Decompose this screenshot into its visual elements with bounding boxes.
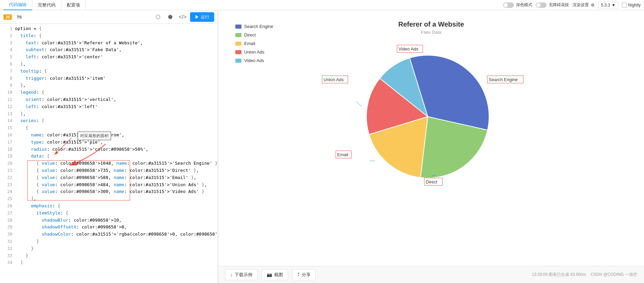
- topbar: 代码编辑 完整代码 配置项 深色模式 无障碍花纹 渲染设置 ⚙ 5.3.3 ▼ …: [0, 0, 644, 10]
- code-line: 1option = {: [0, 25, 218, 32]
- code-line: 14 series: [: [0, 117, 218, 124]
- copyright-info: CSDN @CODING 一场空: [591, 272, 637, 277]
- code-line: 2 title: {: [0, 32, 218, 40]
- accessibility-toggle[interactable]: [536, 2, 547, 8]
- code-line: 15 {: [0, 124, 218, 132]
- component-icon[interactable]: ⬡: [153, 12, 163, 22]
- code-line: 6 },: [0, 61, 218, 68]
- code-line: 34 ]: [0, 259, 218, 266]
- nightly-badge: Nightly: [622, 3, 641, 8]
- tab-config[interactable]: 配置项: [61, 0, 86, 10]
- accessibility-toggle-group: 无障碍花纹: [536, 2, 569, 8]
- legend-color-box: [235, 50, 241, 54]
- run-button[interactable]: ▶ 运行: [190, 12, 214, 22]
- code-line: 5 left: color:#a31515'>'center': [0, 54, 218, 61]
- ts-badge[interactable]: TS: [15, 14, 23, 20]
- dark-mode-toggle[interactable]: [503, 2, 514, 8]
- code-line: 25 ],: [0, 195, 218, 203]
- legend-label: Direct: [244, 32, 256, 38]
- legend-item: Search Engine: [235, 24, 273, 29]
- code-brackets-icon[interactable]: </>: [178, 12, 187, 22]
- legend-color-box: [235, 33, 241, 37]
- code-line: 18 radius: color:#a31515'>'color:#098658…: [0, 146, 218, 153]
- render-label: 渲染设置: [572, 2, 589, 8]
- code-line: 3 text: color:#a31515'>'Referer of a Web…: [0, 40, 218, 47]
- code-line: 32 }: [0, 245, 218, 252]
- code-line: 21 { value: color:#098658'>735, name: co…: [0, 167, 218, 174]
- topbar-tabs: 代码编辑 完整代码 配置项: [3, 0, 86, 10]
- js-badge[interactable]: JS: [3, 14, 12, 20]
- pie-chart-area: Video AdsUnion AdsEmailDirectSearch Engi…: [302, 35, 561, 205]
- legend-item: Email: [235, 41, 273, 46]
- code-line: 27 itemStyle: {: [0, 210, 218, 217]
- cube-icon[interactable]: ⬢: [166, 12, 175, 22]
- chart-title: Referer of a Website: [398, 20, 464, 28]
- download-button[interactable]: ↓ 下载示例: [225, 269, 257, 280]
- code-line: 9 },: [0, 82, 218, 89]
- pie-chart-svg: Video AdsUnion AdsEmailDirectSearch Engi…: [302, 35, 561, 198]
- code-line: 12 left: color:#a31515'>'left': [0, 103, 218, 110]
- share-icon: ⤴: [297, 272, 300, 277]
- legend-label: Email: [244, 41, 255, 46]
- legend-item: Union Ads: [235, 49, 273, 55]
- legend-item: Direct: [235, 32, 273, 38]
- chart-legend: Search EngineDirectEmailUnion AdsVideo A…: [235, 24, 273, 63]
- code-line: 28 shadowBlur: color:#098658'>10,: [0, 217, 218, 224]
- callout-text: Video Ads: [398, 46, 419, 51]
- callout-text: Search Engine: [489, 77, 518, 82]
- code-line: 31 }: [0, 238, 218, 245]
- code-line: 29 shadowOffsetX: color:#098658'>0,: [0, 224, 218, 231]
- screenshot-button[interactable]: 📷 截图: [262, 269, 288, 280]
- camera-icon: 📷: [267, 272, 272, 277]
- code-line: 24 { value: color:#098658'>300, name: co…: [0, 188, 218, 195]
- code-tabs-bar: JS TS ⬡ ⬢ </> ▶ 运行: [0, 10, 218, 24]
- code-line: 33 }: [0, 252, 218, 259]
- code-line: 13 },: [0, 110, 218, 118]
- dark-mode-toggle-group: 深色模式: [503, 2, 532, 8]
- main-content: JS TS ⬡ ⬢ </> ▶ 运行 1option = {2 title: {…: [0, 10, 644, 283]
- legend-color-box: [235, 59, 241, 63]
- download-label: 下载示例: [235, 272, 252, 278]
- accessibility-label: 无障碍花纹: [549, 2, 569, 8]
- chevron-down-icon: ▼: [611, 3, 615, 8]
- screenshot-label: 截图: [274, 272, 283, 278]
- nightly-checkbox[interactable]: [622, 3, 627, 8]
- callout-line: [356, 101, 361, 106]
- legend-label: Union Ads: [244, 49, 264, 55]
- code-line: 20 { value: color:#098658'>1048, name: c…: [0, 160, 218, 167]
- version-selector[interactable]: 5.3.3 ▼: [598, 2, 619, 9]
- share-button[interactable]: ⤴ 分享: [292, 269, 316, 280]
- preview-content: Search EngineDirectEmailUnion AdsVideo A…: [218, 10, 644, 266]
- preview-panel: Search EngineDirectEmailUnion AdsVideo A…: [218, 10, 644, 283]
- tab-full-code[interactable]: 完整代码: [32, 0, 61, 10]
- legend-color-box: [235, 42, 241, 46]
- callout-text: Direct: [426, 179, 437, 184]
- chart-subtitle: Fake Data: [398, 30, 464, 35]
- bottom-actions: ↓ 下载示例 📷 截图 ⤴ 分享: [225, 269, 316, 280]
- callout-text: Union Ads: [324, 77, 344, 82]
- code-line: 19 data: [: [0, 153, 218, 160]
- legend-label: Search Engine: [244, 24, 273, 29]
- code-line: 7 tooltip: {: [0, 68, 218, 75]
- code-line: 8 trigger: color:#a31515'>'item': [0, 75, 218, 82]
- code-line: 17 type: color:#a31515'>'pie',: [0, 139, 218, 146]
- code-tab-icons: ⬡ ⬢ </> ▶ 运行: [153, 12, 214, 22]
- code-panel: JS TS ⬡ ⬢ </> ▶ 运行 1option = {2 title: {…: [0, 10, 218, 283]
- code-line: 22 { value: color:#098658'>580, name: co…: [0, 174, 218, 181]
- legend-item: Video Ads: [235, 58, 273, 63]
- legend-color-box: [235, 25, 241, 29]
- bottom-bar: ↓ 下载示例 📷 截图 ⤴ 分享 13:39:09 图表已生成 63.80ms …: [218, 266, 644, 283]
- dark-mode-label: 深色模式: [516, 2, 532, 8]
- code-editor[interactable]: 1option = {2 title: {3 text: color:#a315…: [0, 24, 218, 283]
- render-settings-group: 渲染设置 ⚙: [572, 2, 595, 8]
- callout-text: Email: [337, 152, 348, 157]
- code-line: 26 emphasis: {: [0, 203, 218, 210]
- download-icon: ↓: [230, 272, 233, 277]
- nightly-label: Nightly: [628, 3, 641, 8]
- code-line: 11 orient: color:#a31515'>'vertical',: [0, 96, 218, 103]
- code-line: 30 shadowColor: color:#a31515'>'rgba(col…: [0, 231, 218, 238]
- render-icon: ⚙: [591, 3, 595, 8]
- tab-code-edit[interactable]: 代码编辑: [3, 0, 32, 10]
- code-line: 10 legend: {: [0, 89, 218, 96]
- code-line: 4 subtext: color:#a31515'>'Fake Data',: [0, 46, 218, 54]
